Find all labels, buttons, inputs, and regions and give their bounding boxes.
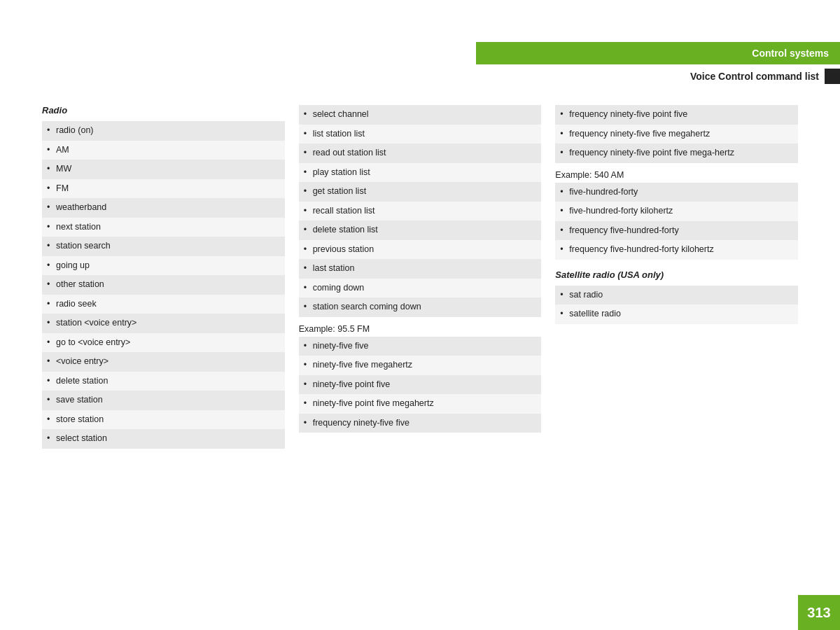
satellite-list: sat radiosatellite radio (555, 286, 798, 324)
list-item: ninety-five five (299, 337, 542, 356)
subtitle-text: Voice Control command list (690, 71, 819, 82)
column-3: frequency ninety-five point fivefrequenc… (555, 105, 798, 588)
subtitle-bar: Voice Control command list (476, 64, 840, 88)
header-bar: Control systems Voice Control command li… (476, 42, 840, 88)
page-number: 313 (798, 595, 840, 630)
section-title-text: Control systems (752, 48, 829, 59)
list-item: save station (42, 391, 285, 410)
list-item: recall station list (299, 202, 542, 221)
list-item: weatherband (42, 198, 285, 218)
radio-section-title: Radio (42, 105, 285, 115)
list-item: delete station list (299, 220, 542, 240)
list-item: ninety-five point five (299, 375, 542, 395)
list-item: MW (42, 160, 285, 179)
station-command-list: select channellist station listread out … (299, 105, 542, 317)
list-item: frequency ninety-five point five (555, 105, 798, 125)
section-label: Control systems (476, 42, 840, 64)
list-item: other station (42, 275, 285, 295)
list-item: five-hundred-forty kilohertz (555, 202, 798, 221)
radio-command-list: radio (on)AMMWFMweatherbandnext stations… (42, 121, 285, 449)
540am-list: five-hundred-fortyfive-hundred-forty kil… (555, 183, 798, 260)
list-item: select station (42, 429, 285, 449)
list-item: list station list (299, 125, 542, 144)
list-item: five-hundred-forty (555, 183, 798, 202)
list-item: delete station (42, 372, 285, 391)
page-number-text: 313 (807, 605, 830, 621)
column-1: Radio radio (on)AMMWFMweatherbandnext st… (42, 105, 285, 588)
list-item: ninety-five point five megahertz (299, 394, 542, 414)
example-540-label: Example: 540 AM (555, 170, 798, 180)
list-item: read out station list (299, 144, 542, 163)
list-item: radio seek (42, 295, 285, 314)
example-95-5-label: Example: 95.5 FM (299, 324, 542, 334)
list-item: AM (42, 141, 285, 160)
list-item: station <voice entry> (42, 314, 285, 333)
main-content: Radio radio (on)AMMWFMweatherbandnext st… (42, 105, 798, 588)
list-item: frequency five-hundred-forty (555, 221, 798, 241)
list-item: get station list (299, 182, 542, 202)
list-item: <voice entry> (42, 352, 285, 372)
column-2: select channellist station listread out … (299, 105, 542, 588)
list-item: frequency five-hundred-forty kilohertz (555, 240, 798, 260)
list-item: coming down (299, 279, 542, 298)
list-item: satellite radio (555, 304, 798, 324)
black-square-icon (825, 69, 840, 84)
fm-example-list: ninety-five fiveninety-five five megaher… (299, 337, 542, 433)
list-item: going up (42, 256, 285, 276)
satellite-section-title: Satellite radio (USA only) (555, 270, 798, 280)
list-item: station search coming down (299, 298, 542, 317)
list-item: last station (299, 259, 542, 279)
list-item: play station list (299, 163, 542, 183)
list-item: frequency ninety-five five (299, 414, 542, 433)
list-item: sat radio (555, 286, 798, 305)
list-item: go to <voice entry> (42, 333, 285, 353)
list-item: station search (42, 237, 285, 256)
list-item: next station (42, 218, 285, 237)
list-item: previous station (299, 240, 542, 260)
list-item: ninety-five five megahertz (299, 356, 542, 375)
frequency-top-list: frequency ninety-five point fivefrequenc… (555, 105, 798, 163)
list-item: store station (42, 410, 285, 430)
list-item: FM (42, 179, 285, 199)
list-item: radio (on) (42, 121, 285, 141)
list-item: frequency ninety-five point five mega-he… (555, 144, 798, 163)
list-item: frequency ninety-five five megahertz (555, 125, 798, 144)
list-item: select channel (299, 105, 542, 125)
